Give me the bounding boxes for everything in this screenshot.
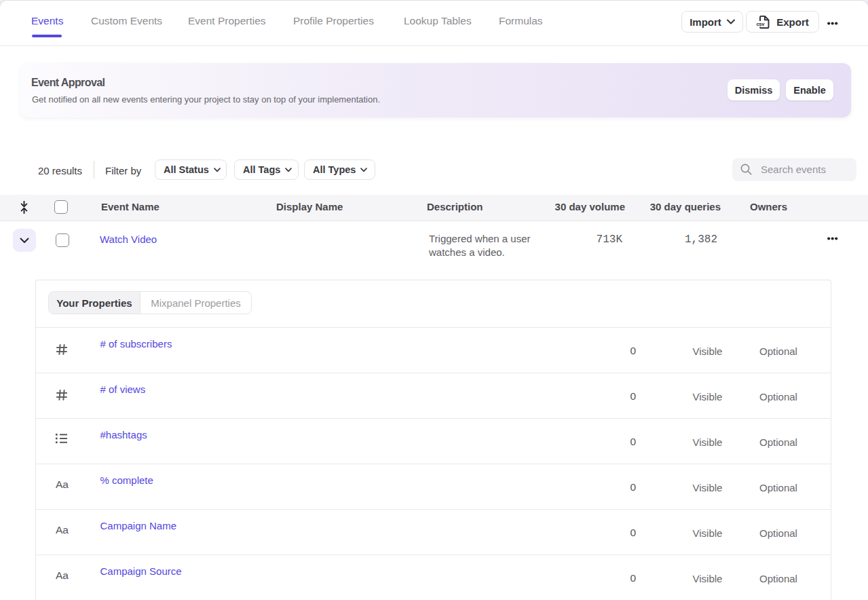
svg-text:csv: csv [757,21,766,27]
